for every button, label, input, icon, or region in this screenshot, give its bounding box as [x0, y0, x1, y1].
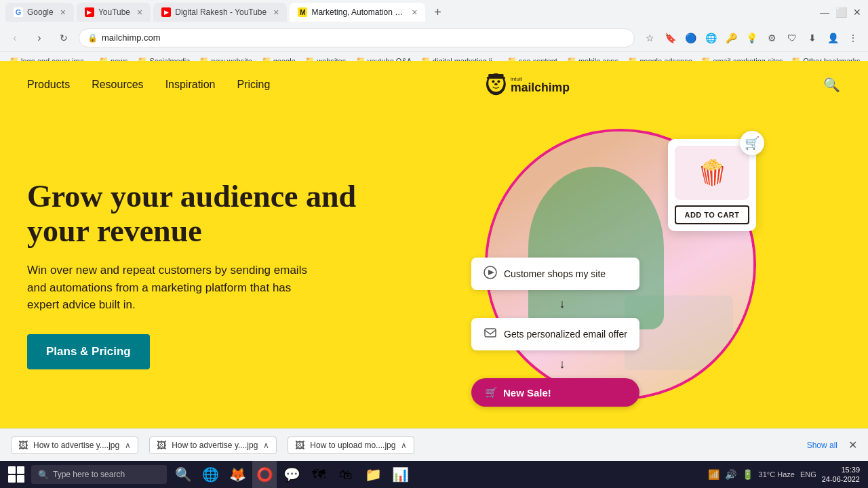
svg-text:mailchimp: mailchimp	[511, 81, 570, 94]
start-button[interactable]	[3, 461, 30, 488]
svg-point-3	[498, 80, 500, 83]
address-bar[interactable]: 🔒 mailchimp.com	[79, 28, 635, 47]
taskbar: 🔍 Type here to search 🔍 🌐 🦊 ⭕ 💬 🗺 🛍 📁 📊 …	[0, 461, 868, 488]
extension-icon-2[interactable]: 🔵	[681, 28, 700, 47]
taskbar-app-whatsapp[interactable]: 💬	[279, 461, 304, 488]
extension-icon-5[interactable]: 💡	[742, 28, 761, 47]
browser-chrome: G Google × ▶ YouTube × ▶ Digital Rakesh …	[0, 0, 868, 61]
battery-icon: 🔋	[742, 469, 753, 480]
svg-rect-11	[485, 329, 496, 337]
lang-indicator: ENG	[800, 470, 816, 479]
extension-icon-6[interactable]: ⚙	[762, 28, 781, 47]
taskbar-app-chrome[interactable]: ⭕	[252, 461, 277, 488]
flow-arrow: ↓	[471, 297, 639, 311]
show-all-downloads[interactable]: Show all	[807, 441, 837, 450]
hero-subtext: Win over new and repeat customers by sen…	[27, 262, 319, 314]
hero-text: Grow your audience and your revenue Win …	[27, 180, 366, 369]
flow-label-2: Gets personalized email offer	[504, 329, 627, 340]
youtube-favicon: ▶	[85, 7, 94, 17]
close-downloads-button[interactable]: ✕	[848, 439, 857, 451]
download-chevron-1[interactable]: ∧	[125, 441, 131, 450]
flow-label-1: Customer shops my site	[504, 268, 606, 279]
taskbar-app-cortana[interactable]: 🔍	[171, 461, 195, 488]
download-icon[interactable]: ⬇	[803, 28, 822, 47]
new-tab-button[interactable]: +	[428, 3, 447, 22]
window-controls: — ⬜ ✕	[819, 7, 863, 18]
taskbar-system-tray: 📶 🔊 🔋 31°C Haze ENG 15:39 24-06-2022	[708, 465, 865, 485]
extension-icon-7[interactable]: 🛡	[783, 28, 802, 47]
download-item-1[interactable]: 🖼 How to advertise y....jpg ∧	[11, 436, 138, 454]
taskbar-app-edge[interactable]: 🌐	[198, 461, 222, 488]
tab-google-close[interactable]: ×	[60, 7, 66, 18]
bookmark-star-icon[interactable]: ☆	[640, 28, 659, 47]
nav-pricing[interactable]: Pricing	[237, 79, 270, 91]
tab-digital-rakesh-title: Digital Rakesh - YouTube	[175, 7, 267, 17]
taskbar-app-store[interactable]: 🛍	[334, 461, 358, 488]
site-search-icon[interactable]: 🔍	[822, 75, 841, 94]
download-chevron-3[interactable]: ∧	[401, 441, 407, 450]
add-to-cart-button[interactable]: ADD TO CART	[675, 205, 749, 224]
taskbar-app-maps[interactable]: 🗺	[307, 461, 331, 488]
tab-youtube-close[interactable]: ×	[137, 7, 142, 18]
nav-resources[interactable]: Resources	[92, 79, 143, 91]
nav-products[interactable]: Products	[27, 79, 70, 91]
mailchimp-favicon: M	[298, 7, 307, 17]
maximize-button[interactable]: ⬜	[835, 7, 846, 18]
tab-youtube-title: YouTube	[98, 7, 130, 17]
svg-marker-10	[488, 270, 494, 275]
hero-headline: Grow your audience and your revenue	[27, 180, 366, 248]
taskbar-time: 15:39 24-06-2022	[822, 465, 860, 485]
download-item-2[interactable]: 🖼 How to advertise y....jpg ∧	[149, 436, 277, 454]
download-file-icon-3: 🖼	[295, 440, 304, 451]
reload-button[interactable]: ↻	[54, 28, 73, 47]
menu-icon[interactable]: ⋮	[844, 28, 863, 47]
download-item-3[interactable]: 🖼 How to upload mo....jpg ∧	[288, 436, 414, 454]
download-file-icon-2: 🖼	[157, 440, 166, 451]
taskbar-app-firefox[interactable]: 🦊	[225, 461, 250, 488]
product-image: 🍿	[675, 146, 749, 200]
extension-icon-1[interactable]: 🔖	[660, 28, 679, 47]
site-logo[interactable]: intuit mailchimp	[270, 71, 822, 98]
flow-icon-2	[484, 326, 497, 342]
mailchimp-logo: intuit mailchimp	[481, 71, 611, 98]
download-chevron-2[interactable]: ∧	[263, 441, 269, 450]
flow-arrow-2: ↓	[471, 357, 639, 371]
svg-point-2	[492, 80, 495, 83]
tab-mailchimp-close[interactable]: ×	[412, 7, 417, 18]
back-button[interactable]: ‹	[5, 28, 24, 47]
nav-bar: ‹ › ↻ 🔒 mailchimp.com ☆ 🔖 🔵 🌐 🔑 💡 ⚙ 🛡 ⬇ …	[0, 24, 868, 52]
tab-digital-rakesh[interactable]: ▶ Digital Rakesh - YouTube ×	[153, 3, 287, 22]
product-card: 🛒 🍿 ADD TO CART	[668, 139, 756, 231]
weather-temp: 31°C Haze	[759, 470, 795, 479]
network-icon: 📶	[708, 469, 719, 480]
tab-google-title: Google	[27, 7, 54, 17]
plans-pricing-button[interactable]: Plans & Pricing	[27, 334, 150, 369]
tab-mailchimp[interactable]: M Marketing, Automation & Emai... ×	[290, 3, 425, 22]
taskbar-search-icon: 🔍	[38, 470, 49, 480]
forward-button[interactable]: ›	[30, 28, 49, 47]
extension-icon-3[interactable]: 🌐	[701, 28, 720, 47]
hero-illustration: 🛒 🍿 ADD TO CART Customer shops my site	[380, 122, 841, 427]
nav-inspiration[interactable]: Inspiration	[165, 79, 216, 91]
taskbar-app-powerpoint[interactable]: 📊	[388, 461, 412, 488]
profile-icon[interactable]: 👤	[823, 28, 842, 47]
download-name-2: How to advertise y....jpg	[172, 441, 258, 450]
windows-logo	[8, 466, 24, 483]
digital-rakesh-favicon: ▶	[161, 7, 171, 17]
taskbar-search-text: Type here to search	[53, 470, 125, 479]
site-nav: Products Resources Inspiration Pricing	[0, 61, 868, 108]
flow-item-1: Customer shops my site	[471, 258, 639, 290]
tab-digital-rakesh-close[interactable]: ×	[273, 7, 279, 18]
minimize-button[interactable]: —	[819, 7, 830, 18]
automation-flow: Customer shops my site ↓ Gets personaliz…	[471, 258, 639, 407]
tab-youtube[interactable]: ▶ YouTube ×	[77, 3, 151, 22]
tab-mailchimp-title: Marketing, Automation & Emai...	[311, 7, 405, 17]
close-window-button[interactable]: ✕	[852, 7, 863, 18]
tab-google[interactable]: G Google ×	[5, 3, 74, 22]
site-nav-links: Products Resources Inspiration Pricing	[27, 79, 270, 91]
extension-icon-4[interactable]: 🔑	[722, 28, 741, 47]
new-sale-badge: 🛒 New Sale!	[471, 378, 639, 407]
taskbar-search[interactable]: 🔍 Type here to search	[31, 465, 167, 484]
lock-icon: 🔒	[87, 33, 98, 43]
taskbar-app-folder[interactable]: 📁	[361, 461, 385, 488]
